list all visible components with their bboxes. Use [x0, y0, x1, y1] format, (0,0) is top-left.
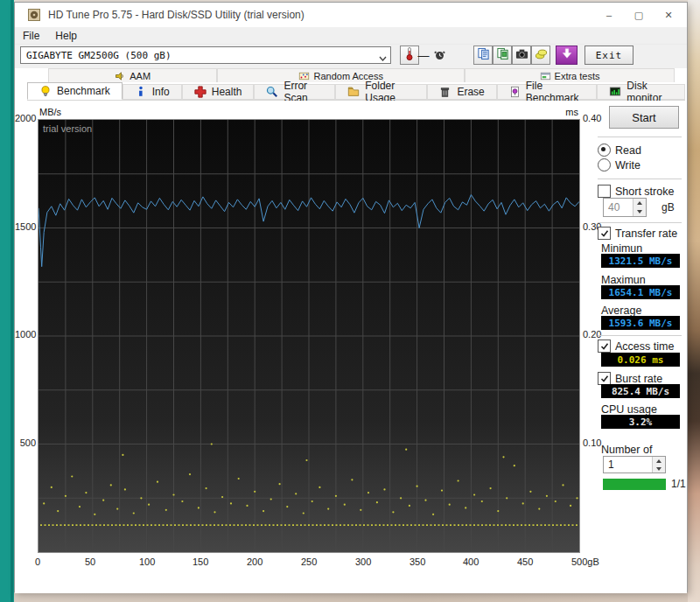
- screenshot-button[interactable]: [512, 46, 531, 65]
- access-time-dot: [206, 487, 207, 489]
- x-tick-label: 200: [247, 556, 262, 567]
- tab-erase[interactable]: Erase: [427, 84, 496, 100]
- burst-rate-row[interactable]: Burst rate: [598, 372, 662, 385]
- info-icon: [135, 86, 147, 98]
- access-time-label: Access time: [615, 340, 674, 353]
- access-time-dot: [221, 496, 223, 498]
- access-time-dot: [351, 479, 353, 480]
- toolbar-dash: —: [418, 47, 429, 63]
- minimum-label: Minimun: [601, 242, 642, 255]
- read-radio[interactable]: [598, 144, 611, 157]
- access-time-checkbox[interactable]: [598, 340, 611, 353]
- access-time-dot: [335, 495, 337, 497]
- access-time-dot: [502, 456, 504, 458]
- tab-benchmark[interactable]: Benchmark: [27, 82, 122, 100]
- write-radio[interactable]: [598, 158, 611, 172]
- access-time-dot: [71, 475, 73, 477]
- temperature-icon: [403, 46, 416, 64]
- access-time-dot: [133, 512, 135, 514]
- y-left-tick-label: 1500: [15, 221, 36, 232]
- download-button[interactable]: [556, 46, 578, 65]
- tab-file-benchmark[interactable]: File Benchmark: [497, 84, 598, 100]
- access-time-dot: [312, 500, 313, 502]
- access-time-dot: [172, 494, 174, 495]
- tab-random-access[interactable]: Random Access: [217, 68, 465, 82]
- tab-info[interactable]: Info: [122, 84, 182, 100]
- access-time-dot: [157, 481, 158, 483]
- tab-disk-monitor[interactable]: Disk monitor: [597, 84, 685, 100]
- minimize-button[interactable]: –: [594, 3, 624, 27]
- check-icon: [600, 342, 609, 351]
- access-time-dot: [497, 510, 499, 512]
- copy-image-button[interactable]: [493, 46, 512, 65]
- burst-rate-label: Burst rate: [615, 373, 662, 385]
- short-stroke-checkbox[interactable]: [598, 185, 611, 198]
- transfer-rate-row[interactable]: Transfer rate: [598, 227, 677, 240]
- access-time-dot: [360, 509, 361, 511]
- close-button[interactable]: ✕: [654, 3, 683, 27]
- transfer-rate-checkbox[interactable]: [598, 227, 611, 240]
- exit-button[interactable]: Exit: [584, 46, 634, 65]
- y-left-tick-label: 1000: [15, 329, 36, 340]
- maximize-button[interactable]: ▢: [624, 3, 654, 27]
- x-tick-label: 450: [517, 556, 533, 567]
- app-icon: [27, 8, 41, 22]
- save-button[interactable]: [531, 46, 550, 65]
- x-tick-label: 50: [85, 556, 95, 567]
- tab-label: Benchmark: [57, 85, 110, 97]
- spinner-up-button[interactable]: [653, 457, 665, 465]
- number-of-value: 1: [608, 458, 614, 471]
- spinner-down-button[interactable]: [653, 465, 665, 472]
- access-time-dot: [189, 473, 191, 475]
- copy-text-button[interactable]: [473, 46, 493, 65]
- spinner-down-button[interactable]: [634, 207, 646, 216]
- spinner-up-button[interactable]: [634, 199, 646, 207]
- menu-bar: File Help: [15, 27, 687, 45]
- desktop-bottom-strip: [14, 592, 688, 602]
- temperature-button[interactable]: [400, 46, 419, 65]
- access-time-dot: [376, 501, 378, 503]
- x-tick-label: 350: [410, 556, 425, 567]
- short-stroke-row[interactable]: Short stroke: [598, 185, 674, 198]
- access-time-row[interactable]: Access time: [598, 340, 674, 353]
- tab-error-scan[interactable]: Error Scan: [254, 84, 335, 100]
- read-radio-row[interactable]: Read: [598, 144, 641, 157]
- maximum-value: 1654.1 MB/s: [601, 285, 680, 299]
- access-time-dot: [148, 504, 150, 506]
- copy-text-icon: [477, 47, 490, 64]
- trial-version-watermark: trial version: [43, 123, 92, 134]
- maximum-label: Maximun: [601, 274, 646, 286]
- access-time-dot: [214, 511, 215, 513]
- menu-help[interactable]: Help: [47, 27, 85, 44]
- access-time-dot: [506, 497, 508, 499]
- access-time-dot: [458, 480, 459, 481]
- tab-folder-usage[interactable]: Folder Usage: [335, 84, 427, 100]
- access-time-dot: [473, 494, 475, 495]
- start-button[interactable]: Start: [609, 106, 679, 129]
- access-time-dot: [295, 493, 297, 494]
- panel-divider: [598, 136, 682, 137]
- plot-area: trial version: [38, 119, 580, 553]
- cpu-usage-value: 3.2%: [601, 415, 680, 429]
- access-time-dot: [514, 465, 515, 466]
- desktop-background: HD Tune Pro 5.75 - Hard Disk/SSD Utility…: [0, 0, 700, 602]
- x-tick-label: 250: [301, 556, 317, 567]
- access-time-dot: [327, 508, 329, 510]
- tab-health[interactable]: Health: [182, 84, 255, 100]
- access-time-dot: [211, 443, 213, 444]
- number-of-spinner[interactable]: 1: [603, 456, 666, 473]
- menu-file[interactable]: File: [15, 27, 47, 44]
- short-stroke-size-spinner[interactable]: 40: [603, 198, 647, 217]
- error-scan-icon: [266, 86, 278, 98]
- y-left-tick-label: 2000: [15, 113, 36, 123]
- access-time-dot: [230, 502, 232, 504]
- access-time-dot: [400, 497, 402, 499]
- access-time-dot: [181, 500, 183, 502]
- access-time-dot: [140, 497, 142, 499]
- short-stroke-size-value: 40: [608, 201, 620, 214]
- save-icon: [535, 47, 548, 64]
- drive-select-dropdown[interactable]: GIGABYTE GM2500G (500 gB): [20, 46, 391, 64]
- burst-rate-checkbox[interactable]: [598, 372, 611, 385]
- tab-aam[interactable]: AAM: [48, 68, 217, 82]
- write-radio-row[interactable]: Write: [598, 158, 640, 172]
